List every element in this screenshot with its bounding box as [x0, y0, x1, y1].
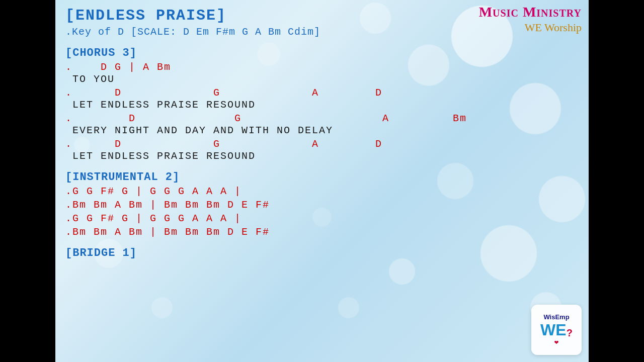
wiseemp-text: WisEmp [543, 313, 569, 321]
main-content: Music Ministry WE Worship [ENDLESS PRAIS… [55, 0, 589, 362]
chord-line: .G G F# G | G G G A A A | [65, 213, 580, 224]
lyric-line: LET ENDLESS PRAISE RESOUND [65, 150, 580, 162]
badge-question: ? [567, 328, 573, 338]
section-header-instrumental2: [INSTRUMENTAL 2] [65, 171, 580, 184]
we-badge-text: WE [540, 322, 567, 338]
chord-line: . D G A D [65, 87, 580, 99]
heart-icon: ❤ [554, 338, 558, 346]
sections-container: [CHORUS 3]. D G | A Bm TO YOU. D G A D L… [65, 47, 580, 259]
music-ministry-label: Music Ministry [479, 4, 582, 20]
section-header-chorus3: [CHORUS 3] [65, 47, 580, 59]
chord-line: .Bm Bm A Bm | Bm Bm Bm D E F# [65, 226, 580, 238]
section-header-bridge1: [BRIDGE 1] [65, 247, 580, 259]
chord-line: .G G F# G | G G G A A A | [65, 186, 580, 197]
chord-line: . D G A D [65, 138, 580, 150]
black-bar-left [0, 0, 55, 362]
lyric-line: TO YOU [65, 73, 580, 85]
title-area: Music Ministry WE Worship [479, 4, 582, 34]
wiseemp-badge: WisEmp WE ? ❤ [531, 305, 582, 355]
chord-line: . D G A Bm [65, 113, 580, 124]
content-area: [ENDLESS PRAISE] .Key of D [SCALE: D Em … [55, 0, 589, 362]
chord-line: . D G | A Bm [65, 61, 580, 73]
lyric-line: EVERY NIGHT AND DAY AND WITH NO DELAY [65, 125, 580, 136]
screen: Music Ministry WE Worship [ENDLESS PRAIS… [0, 0, 644, 362]
black-bar-right [589, 0, 644, 362]
chord-line: .Bm Bm A Bm | Bm Bm Bm D E F# [65, 199, 580, 211]
we-worship-label: WE Worship [479, 21, 582, 34]
lyric-line: LET ENDLESS PRAISE RESOUND [65, 99, 580, 111]
